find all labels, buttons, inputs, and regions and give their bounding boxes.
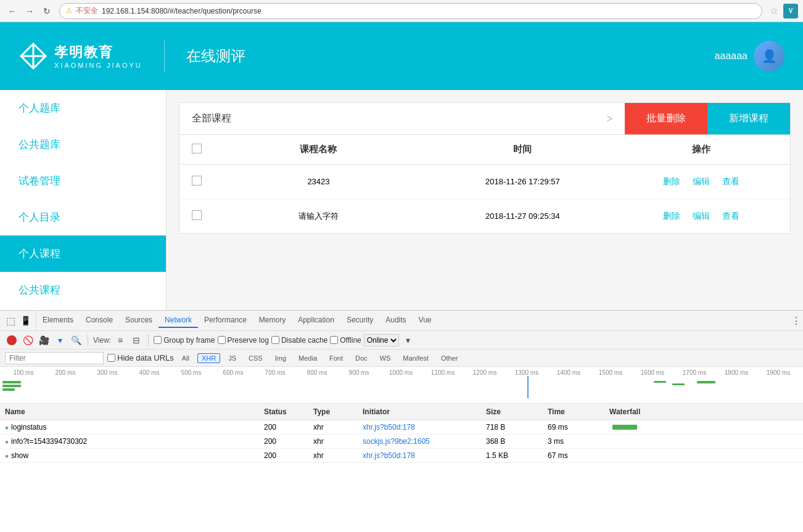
sidebar-item-personal-catalog[interactable]: 个人目录 — [0, 199, 166, 235]
filter-font[interactable]: Font — [325, 353, 347, 363]
record-button[interactable] — [5, 334, 19, 347]
filter-input[interactable] — [5, 352, 104, 364]
group-by-frame-option[interactable]: Group by frame — [154, 336, 215, 345]
tab-sources[interactable]: Sources — [119, 313, 159, 328]
sidebar-item-paper-management[interactable]: 试卷管理 — [0, 163, 166, 199]
tab-network[interactable]: Network — [159, 313, 198, 328]
large-view-icon[interactable]: ⊟ — [130, 334, 143, 347]
course-title-area: 全部课程 > — [179, 103, 625, 134]
sidebar-item-personal-course[interactable]: 个人课程 — [0, 235, 166, 272]
filter-ws[interactable]: WS — [376, 353, 395, 363]
search-button[interactable]: 🔍 — [69, 334, 83, 347]
view-link-2[interactable]: 查看 — [722, 211, 739, 221]
net-type-1: xhr — [308, 420, 358, 434]
net-name-2[interactable]: ● info?t=1543394730302 — [0, 435, 259, 448]
filter-doc[interactable]: Doc — [351, 353, 372, 363]
row-checkbox-col — [192, 210, 216, 222]
tl-300: 300 ms — [86, 369, 128, 376]
initiator-link-2[interactable]: sockjs.js?9be2:1605 — [363, 437, 430, 446]
select-all-checkbox[interactable] — [192, 144, 202, 153]
logo-text: 孝明教育 XIAOMING JIAOYU — [54, 43, 142, 69]
row-action-1: 删除 编辑 查看 — [625, 176, 778, 187]
offline-option[interactable]: Offline — [330, 336, 361, 345]
logo-icon — [19, 41, 48, 71]
disable-cache-option[interactable]: Disable cache — [271, 336, 327, 345]
filter-button[interactable]: ▾ — [53, 334, 67, 347]
throttle-select[interactable]: Online — [364, 334, 399, 346]
more-options-icon[interactable]: ⋮ — [789, 314, 803, 327]
delete-link-2[interactable]: 删除 — [663, 211, 680, 221]
tab-audits[interactable]: Audits — [379, 313, 412, 328]
filter-img[interactable]: Img — [271, 353, 290, 363]
tab-performance[interactable]: Performance — [198, 313, 253, 328]
filter-media[interactable]: Media — [294, 353, 321, 363]
filter-manifest[interactable]: Manifest — [398, 353, 433, 363]
header-action: 操作 — [625, 144, 778, 155]
preserve-log-checkbox[interactable] — [218, 336, 226, 344]
filter-bar: Hide data URLs All XHR JS CSS Img Media … — [0, 350, 803, 367]
disable-cache-checkbox[interactable] — [271, 336, 279, 344]
bookmark-icon[interactable]: ☆ — [770, 5, 778, 17]
net-name-1[interactable]: ● loginstatus — [0, 420, 259, 434]
tab-security[interactable]: Security — [340, 313, 379, 328]
row-checkbox-2[interactable] — [192, 210, 202, 220]
extension-icon[interactable]: V — [783, 4, 798, 18]
batch-delete-button[interactable]: 批量删除 — [625, 103, 707, 134]
address-bar[interactable]: ⚠ 不安全 192.168.1.154:8080/#/teacher/quest… — [59, 3, 762, 19]
delete-link-1[interactable]: 删除 — [663, 176, 680, 186]
net-name-3[interactable]: ● show — [0, 449, 259, 462]
edit-link-1[interactable]: 编辑 — [693, 176, 710, 186]
content-area: 全部课程 > 批量删除 新增课程 课程名称 时间 — [167, 90, 803, 310]
row-name-2: 请输入字符 — [216, 211, 421, 222]
hide-data-urls-checkbox[interactable] — [107, 354, 115, 362]
header-left: 孝明教育 XIAOMING JIAOYU 在线测评 — [19, 41, 245, 72]
edit-link-2[interactable]: 编辑 — [693, 211, 710, 221]
group-by-frame-checkbox[interactable] — [154, 336, 162, 344]
app-header: 孝明教育 XIAOMING JIAOYU 在线测评 aaaaaa 👤 — [0, 22, 803, 90]
add-course-button[interactable]: 新增课程 — [707, 103, 790, 134]
sidebar-item-public-course[interactable]: 公共课程 — [0, 272, 166, 308]
sidebar-item-personal-questions[interactable]: 个人题库 — [0, 90, 166, 126]
net-waterfall-3 — [604, 453, 803, 458]
tab-vue[interactable]: Vue — [413, 313, 438, 328]
user-name: aaaaaa — [715, 51, 747, 62]
tab-console[interactable]: Console — [80, 313, 119, 328]
forward-button[interactable]: → — [22, 4, 37, 18]
tab-memory[interactable]: Memory — [253, 313, 292, 328]
filter-xhr[interactable]: XHR — [197, 353, 220, 363]
back-button[interactable]: ← — [5, 4, 20, 18]
hide-data-urls-option[interactable]: Hide data URLs — [107, 353, 174, 362]
net-initiator-1[interactable]: xhr.js?b50d:178 — [358, 420, 481, 434]
preserve-log-option[interactable]: Preserve log — [218, 336, 269, 345]
tl-400: 400 ms — [128, 369, 170, 376]
header-checkbox-col — [192, 144, 216, 155]
camera-button[interactable]: 🎥 — [37, 334, 51, 347]
filter-all[interactable]: All — [178, 353, 194, 363]
filter-js[interactable]: JS — [224, 353, 241, 363]
offline-checkbox[interactable] — [330, 336, 338, 344]
table-row: 23423 2018-11-26 17:29:57 删除 编辑 查看 — [179, 165, 790, 199]
filter-css[interactable]: CSS — [244, 353, 267, 363]
sidebar-item-public-questions[interactable]: 公共题库 — [0, 126, 166, 163]
net-initiator-3[interactable]: xhr.js?b50d:178 — [358, 449, 481, 462]
refresh-button[interactable]: ↻ — [39, 4, 54, 18]
avatar-image: 👤 — [754, 41, 784, 72]
security-label: 不安全 — [76, 6, 98, 16]
filter-other[interactable]: Other — [437, 353, 463, 363]
header-size: Size — [481, 406, 543, 418]
header-initiator: Initiator — [358, 406, 481, 418]
view-link-1[interactable]: 查看 — [722, 176, 739, 186]
row-checkbox-1[interactable] — [192, 176, 202, 186]
inspect-icon[interactable]: ⬚ — [4, 314, 17, 327]
device-icon[interactable]: 📱 — [19, 314, 32, 327]
stop-button[interactable]: 🚫 — [21, 334, 35, 347]
initiator-link-1[interactable]: xhr.js?b50d:178 — [363, 423, 415, 432]
net-initiator-2[interactable]: sockjs.js?9be2:1605 — [358, 435, 481, 448]
tab-application[interactable]: Application — [292, 313, 340, 328]
list-view-icon[interactable]: ≡ — [113, 334, 127, 347]
throttle-settings-icon[interactable]: ▾ — [402, 334, 415, 347]
initiator-link-3[interactable]: xhr.js?b50d:178 — [363, 451, 415, 460]
sidebar: 个人题库 公共题库 试卷管理 个人目录 个人课程 公共课程 — [0, 90, 167, 310]
tab-elements[interactable]: Elements — [36, 313, 80, 328]
tl-500: 500 ms — [170, 369, 212, 376]
